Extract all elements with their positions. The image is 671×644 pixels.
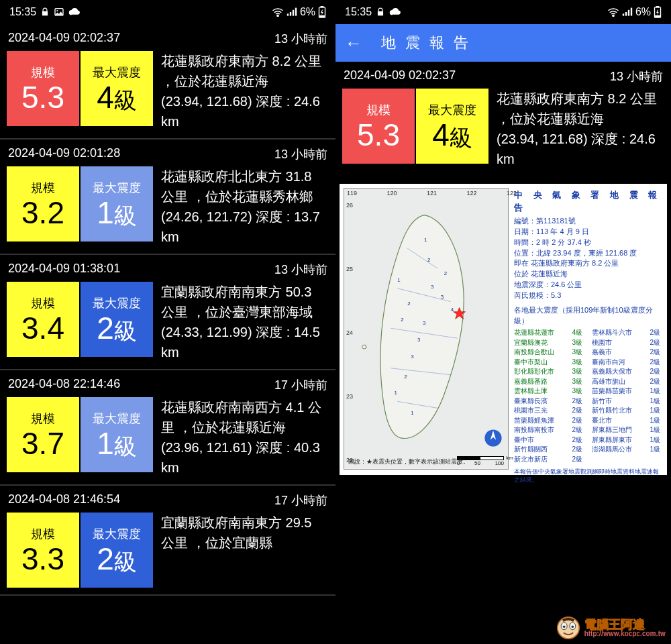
intensity-loc: 新竹市: [592, 396, 637, 407]
svg-point-40: [563, 625, 566, 628]
intensity-level: 1級: [645, 386, 662, 396]
magnitude-box: 規模 3.7: [7, 397, 79, 472]
signal-icon: [287, 7, 297, 17]
wifi-icon: [607, 7, 619, 17]
svg-rect-6: [295, 8, 297, 16]
map-legend: 圖說：★表震央位置，數字表示該測站震度。: [348, 458, 469, 466]
intensity-loc: 臺中市: [514, 435, 559, 445]
magnitude-label: 規模: [366, 102, 391, 118]
watermark-url: http://www.kocpc.com.tw: [584, 631, 666, 637]
intensity-loc: 桃園市: [592, 338, 637, 348]
intensity-box: 最大震度 4級: [81, 51, 153, 126]
intensity-level: 2級: [567, 396, 584, 407]
page-title: 地震報告: [381, 33, 478, 53]
intensity-level: 2級: [645, 358, 662, 368]
wifi-icon: [272, 7, 284, 17]
cwb-report: 433 333 222 221 111 1 119120121122123 26…: [340, 184, 667, 475]
map-svg: 433 333 222 221 111 1: [344, 189, 508, 468]
svg-text:1: 1: [397, 277, 401, 283]
svg-rect-16: [656, 6, 659, 7]
intensity-loc: 嘉義縣番路: [514, 377, 559, 387]
magnitude-box: 規模 3.4: [7, 282, 79, 357]
intensity-loc: 雲林縣斗六市: [592, 328, 637, 338]
lon-tick: 120: [387, 190, 397, 197]
svg-point-41: [572, 625, 574, 628]
svg-rect-5: [293, 10, 294, 16]
earthquake-item[interactable]: 2024-04-08 21:46:54 17 小時前 規模 3.3 最大震度 2…: [0, 486, 336, 596]
lon-tick: 122: [467, 190, 477, 197]
magnitude-label: 規模: [31, 180, 55, 196]
svg-rect-17: [656, 15, 660, 17]
intensity-loc: 彰化縣彰化市: [514, 367, 559, 377]
magnitude-box: 規模 3.3: [7, 513, 79, 588]
intensity-label: 最大震度: [428, 102, 476, 118]
magnitude-label: 規模: [31, 411, 55, 427]
intensity-level: 2級: [567, 406, 584, 416]
intensity-loc: 花蓮縣花蓮市: [514, 328, 559, 338]
cloud-icon: [68, 7, 81, 17]
intensity-level: 1級: [645, 445, 662, 455]
svg-rect-4: [290, 12, 291, 16]
intensity-level: 2級: [645, 328, 662, 338]
svg-text:3: 3: [411, 354, 414, 360]
svg-text:3: 3: [423, 320, 426, 326]
image-icon: [54, 7, 64, 17]
intensity-loc: 嘉義市: [592, 347, 637, 358]
intensity-label: 最大震度: [93, 526, 141, 542]
eq-timestamp: 2024-04-09 02:02:37: [8, 31, 120, 47]
back-button[interactable]: ←: [345, 33, 362, 54]
report-info: 中 央 氣 象 署 地 震 報 告 編號：第113181號日期：113 年 4 …: [513, 188, 663, 470]
lon-tick: 123: [507, 190, 517, 197]
intensity-label: 最大震度: [93, 295, 141, 311]
intensity-box: 最大震度 2級: [81, 282, 153, 357]
report-line: 位於 花蓮縣近海: [514, 269, 662, 280]
battery-icon: [318, 6, 326, 18]
detail-timestamp: 2024-04-09 02:02:37: [344, 68, 456, 85]
report-line: 日期：113 年 4 月 9 日: [514, 227, 662, 237]
svg-text:2: 2: [404, 374, 407, 380]
intensity-loc: 桃園市三光: [514, 406, 559, 416]
lat-tick: 26: [346, 202, 353, 209]
earthquake-item[interactable]: 2024-04-09 02:02:37 13 小時前 規模 5.3 最大震度 4…: [0, 24, 336, 140]
intensity-level: 2級: [645, 338, 662, 348]
earthquake-item[interactable]: 2024-04-09 02:01:28 13 小時前 規模 3.2 最大震度 1…: [0, 140, 336, 255]
battery-icon: [654, 6, 662, 18]
intensity-level: 1級: [645, 416, 662, 426]
magnitude-value: 5.3: [21, 82, 64, 113]
svg-text:3: 3: [417, 337, 421, 343]
eq-ago: 13 小時前: [274, 31, 327, 47]
intensity-level: 1級: [645, 435, 662, 445]
svg-text:2: 2: [444, 270, 447, 276]
magnitude-value: 3.2: [21, 197, 64, 228]
svg-point-2: [277, 15, 278, 16]
intensity-loc: [592, 455, 637, 465]
svg-text:2: 2: [427, 257, 430, 263]
eq-location: 花蓮縣政府東南方 8.2 公里 ，位於花蓮縣近海(23.94, 121.68) …: [154, 51, 329, 131]
eq-location: 花蓮縣政府南南西方 4.1 公里 ，位於花蓮縣近海(23.96, 121.61)…: [154, 397, 329, 478]
intensity-level: 3級: [567, 338, 584, 348]
intensity-level: 3級: [567, 367, 584, 377]
svg-text:1: 1: [394, 390, 397, 396]
svg-rect-11: [623, 13, 624, 15]
intensity-level: 2級: [567, 425, 584, 435]
intensity-box: 最大震度 1級: [81, 397, 153, 472]
intensity-loc: 苗栗縣鯉魚潭: [514, 416, 559, 426]
intensity-label: 最大震度: [93, 180, 141, 196]
report-line: 時間：2 時 2 分 37.4 秒: [514, 237, 662, 248]
intensity-loc: 臺南市白河: [592, 358, 637, 368]
intensity-level: 2級: [645, 347, 662, 358]
earthquake-item[interactable]: 2024-04-09 01:38:01 13 小時前 規模 3.4 最大震度 2…: [0, 255, 336, 370]
report-header: 中 央 氣 象 署 地 震 報 告: [514, 189, 662, 215]
intensity-table: 花蓮縣花蓮市4級雲林縣斗六市2級宜蘭縣澳花3級桃園市2級南投縣合歡山3級嘉義市2…: [514, 328, 662, 464]
intensity-level: 2級: [567, 455, 584, 465]
eq-location: 宜蘭縣政府南南東方 50.3 公里 ，位於臺灣東部海域(24.33, 121.9…: [154, 282, 329, 362]
intensity-loc: 臺東縣長濱: [514, 396, 559, 407]
eq-timestamp: 2024-04-08 22:14:46: [8, 377, 120, 393]
svg-rect-12: [625, 12, 627, 16]
svg-text:4: 4: [451, 307, 454, 313]
svg-text:1: 1: [424, 237, 427, 243]
earthquake-item[interactable]: 2024-04-08 22:14:46 17 小時前 規模 3.7 最大震度 1…: [0, 370, 336, 486]
intensity-value: 1級: [97, 197, 137, 228]
intensity-label: 最大震度: [93, 64, 141, 80]
cloud-icon: [389, 7, 401, 17]
